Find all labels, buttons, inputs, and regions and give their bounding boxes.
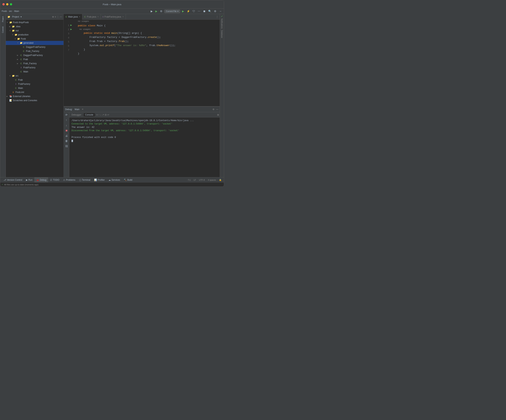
tree-item-out[interactable]: ▼ 📁 out <box>6 29 63 33</box>
tab-frab-java[interactable]: C Frab.java ✕ <box>82 14 101 20</box>
console-wrap-icon[interactable]: ↩ <box>107 113 109 116</box>
tab-main-java[interactable]: C Main.java ✕ <box>64 14 82 20</box>
status-tab-build[interactable]: 🔨 Build <box>122 177 134 183</box>
tree-item-main-src[interactable]: C Main <box>6 86 63 90</box>
console-up-icon[interactable]: ↑ <box>98 113 100 116</box>
tree-item-foob-root[interactable]: ▼ 📁 Foob /tmp/Foob <box>6 20 63 25</box>
search-icon[interactable]: 🔍 <box>207 9 212 13</box>
tree-item-main-out[interactable]: C Main <box>6 70 63 74</box>
breadcrumb-foob[interactable]: Foob <box>2 10 7 13</box>
run-line-2[interactable]: ▶ <box>70 27 74 31</box>
console-sort-icon[interactable]: ≡ <box>96 113 98 116</box>
console-step-over-icon[interactable]: ↗ <box>102 113 104 116</box>
current-file-button[interactable]: Current File ▾ <box>164 10 180 13</box>
close-button[interactable] <box>2 3 5 5</box>
status-tab-problems[interactable]: ⚠ Problems <box>61 177 77 183</box>
console-filter-icon[interactable]: ⊟ <box>105 113 107 116</box>
tab-frabfactory-java[interactable]: I FrabFactory.java ✕ <box>101 14 126 20</box>
settings-icon[interactable]: ⚙ <box>213 9 217 13</box>
status-tab-run[interactable]: ▶ Run <box>24 177 34 183</box>
debug-header: Debug: Main ✕ ⚙ — <box>64 107 220 112</box>
indent-indicator[interactable]: 4 spaces <box>207 179 217 181</box>
debug-up-icon[interactable]: ↑ <box>65 118 67 122</box>
tab-close-icon[interactable]: ✕ <box>97 16 99 18</box>
code-content[interactable]: public class Main { no usages public sta… <box>76 23 220 106</box>
tree-item-frab-src[interactable]: C Frab <box>6 78 63 82</box>
tree-item-frab-factory-gen[interactable]: C Frab_Factory <box>6 49 63 53</box>
tree-label: DaggerFrabFactory <box>23 54 43 57</box>
debug-print-icon[interactable]: 🖨 <box>65 134 68 138</box>
tree-item-dagger[interactable]: ▶ C DaggerFrabFactory <box>6 53 63 57</box>
profile-icon[interactable]: 🛡 <box>192 9 196 13</box>
arrow-right-icon[interactable]: → <box>218 9 222 13</box>
sidebar-project-icon[interactable]: Project <box>1 15 4 23</box>
more-run-icon[interactable]: ⋯ <box>197 9 201 13</box>
console-tab-debugger[interactable]: Debugger <box>70 113 83 117</box>
tree-item-frab[interactable]: ▶ C Frab <box>6 57 63 61</box>
breadcrumb-main[interactable]: Main <box>14 10 19 13</box>
tree-item-frabfactory[interactable]: I FrabFactory <box>6 66 63 70</box>
tab-close-icon[interactable]: ✕ <box>122 16 124 18</box>
encoding-indicator[interactable]: UTF-8 <box>198 179 206 181</box>
run-icon[interactable]: ▶ <box>181 9 185 13</box>
traffic-lights[interactable] <box>2 3 12 5</box>
breadcrumb-src[interactable]: src <box>9 10 12 13</box>
title-bar: Foob – Main.java <box>0 0 224 8</box>
console-tab-console[interactable]: Console <box>84 113 95 117</box>
java-c-icon: C <box>20 71 22 73</box>
debug-minimize-icon[interactable]: — <box>216 108 218 111</box>
tree-item-idea[interactable]: ▶ 📁 .idea <box>6 25 63 29</box>
run-button[interactable]: ▶ <box>150 9 153 13</box>
sidebar-notifications-label[interactable]: Notifications <box>220 18 223 29</box>
debug-toolbar: ⟳ ↑ ↓ ⏹ 🖨 🗑 ⛓ <box>64 112 69 177</box>
sidebar-database-label[interactable]: Database <box>220 29 223 39</box>
console-split-icon[interactable]: ⊞ <box>217 113 219 116</box>
tree-item-generated[interactable]: ▼ 📁 generated <box>6 41 63 45</box>
tree-item-dagger-gen[interactable]: C DaggerFrabFactory <box>6 45 63 49</box>
debug-link-icon[interactable]: ⛓ <box>65 144 68 148</box>
tree-item-scratches[interactable]: 📝 Scratches and Consoles <box>6 98 63 103</box>
position-indicator[interactable]: 7:1 <box>187 179 191 181</box>
project-icon-3[interactable]: ⋮ <box>57 15 59 18</box>
tab-close-icon[interactable]: ✕ <box>79 16 80 18</box>
debug-button[interactable]: ▶ <box>155 9 158 13</box>
run-line-1[interactable]: ▶ <box>70 23 74 27</box>
console-line-path: /Users/drahardja/Library/Java/JavaVirtua… <box>72 119 218 122</box>
project-icon-4[interactable]: — <box>60 15 62 18</box>
line-ending-indicator[interactable]: LF <box>193 179 197 181</box>
debug-rerun-icon[interactable]: ⟳ <box>65 113 68 117</box>
debug-trash-icon[interactable]: 🗑 <box>65 139 68 143</box>
console-down-icon[interactable]: ↓ <box>100 113 101 116</box>
tree-item-src[interactable]: ▼ 📁 src <box>6 74 63 78</box>
checkmark-icon[interactable]: ✓ <box>221 15 223 18</box>
status-tab-services[interactable]: ☁ Services <box>107 177 122 183</box>
debug-stop-icon[interactable]: ⏹ <box>65 129 68 132</box>
stop-icon[interactable]: ⏹ <box>202 9 206 13</box>
debug-tab-main[interactable]: Main <box>74 108 80 111</box>
maximize-button[interactable] <box>10 3 12 5</box>
tree-item-frabfactory-src[interactable]: I FrabFactory <box>6 82 63 86</box>
status-tab-version-control[interactable]: ⎇ Version Control <box>2 177 24 183</box>
tree-item-frab-factory[interactable]: ▶ C Frab_Factory <box>6 61 63 66</box>
debug-settings-icon[interactable]: ⚙ <box>213 108 214 111</box>
sidebar-commit-icon[interactable]: Commit <box>1 26 4 34</box>
coverage-run-icon[interactable]: ⚡ <box>186 9 191 13</box>
tab-more-button[interactable]: ⋮ <box>214 15 220 18</box>
status-tab-terminal[interactable]: ▢ Terminal <box>77 177 92 183</box>
debug-tab-close[interactable]: ✕ <box>82 108 83 111</box>
tree-item-external[interactable]: ▶ 📚 External Libraries <box>6 94 63 98</box>
minimize-button[interactable] <box>6 3 8 5</box>
tree-item-foob-iml[interactable]: ⊠ Foob.iml <box>6 90 63 94</box>
project-icon-1[interactable]: ⊕ <box>52 15 54 18</box>
debug-down-icon[interactable]: ↓ <box>65 123 67 127</box>
project-icon-2[interactable]: ≡ <box>55 15 56 18</box>
tree-item-foob-sub[interactable]: ▼ 📁 Foob <box>6 37 63 41</box>
status-tab-debug[interactable]: 🐞 Debug <box>34 177 48 183</box>
tree-item-production[interactable]: ▼ 📁 production <box>6 33 63 37</box>
lock-icon[interactable]: 🔒 <box>218 179 222 181</box>
status-tab-todo[interactable]: ☑ TODO <box>48 177 61 183</box>
main-window: Foob – Main.java Foob › src › Main ▶ ▶ ⚙… <box>0 0 224 187</box>
coverage-button[interactable]: ⚙ <box>159 9 163 13</box>
status-tab-profiler[interactable]: 📊 Profiler <box>92 177 107 183</box>
project-dropdown-icon[interactable]: ▾ <box>20 15 22 18</box>
